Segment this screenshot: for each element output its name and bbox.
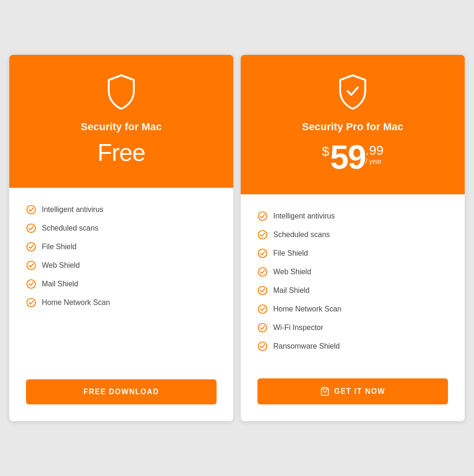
- free-plan-card: Security for Mac Free Intelligent antivi…: [9, 55, 233, 421]
- free-card-header: Security for Mac Free: [9, 55, 233, 188]
- list-item: File Shield: [26, 242, 217, 252]
- svg-point-3: [27, 261, 35, 270]
- pro-features-list: Intelligent antivirus Scheduled scans Fi…: [257, 211, 448, 360]
- free-card-body: Intelligent antivirus Scheduled scans Fi…: [9, 188, 233, 372]
- list-item: Scheduled scans: [257, 230, 448, 240]
- check-circle-icon: [26, 223, 36, 233]
- check-circle-icon: [257, 304, 268, 314]
- list-item: Scheduled scans: [26, 223, 217, 233]
- svg-point-7: [258, 231, 267, 239]
- free-plan-title: Security for Mac: [81, 121, 162, 133]
- pro-card-footer: GET IT NOW: [241, 371, 465, 421]
- check-circle-icon: [257, 285, 268, 296]
- feature-label: Mail Shield: [273, 286, 309, 295]
- pro-card-body: Intelligent antivirus Scheduled scans Fi…: [241, 194, 465, 371]
- feature-label: Home Network Scan: [273, 305, 342, 313]
- feature-label: Home Network Scan: [42, 298, 110, 307]
- check-circle-icon: [257, 230, 268, 240]
- svg-point-10: [258, 286, 267, 295]
- feature-label: Ransomware Shield: [273, 342, 340, 350]
- list-item: Web Shield: [257, 267, 448, 277]
- feature-label: Mail Shield: [42, 280, 78, 288]
- list-item: Mail Shield: [26, 279, 217, 289]
- pro-plan-card: Security Pro for Mac $ 59 .99 / year Int…: [241, 55, 465, 421]
- feature-label: Web Shield: [42, 261, 80, 270]
- pro-plan-title: Security Pro for Mac: [302, 121, 403, 133]
- svg-point-0: [27, 205, 35, 214]
- price-period: / year: [365, 158, 382, 165]
- price-cents-year-group: .99 / year: [365, 144, 383, 165]
- svg-point-11: [258, 305, 267, 313]
- get-it-now-label: GET IT NOW: [334, 387, 385, 396]
- pricing-cards-container: Security for Mac Free Intelligent antivi…: [0, 46, 474, 430]
- price-cents: .99: [365, 144, 383, 157]
- svg-point-1: [27, 224, 35, 232]
- check-circle-icon: [257, 267, 268, 277]
- svg-point-5: [27, 298, 35, 307]
- svg-point-2: [27, 243, 35, 251]
- price-dollar-sign: $: [322, 145, 329, 158]
- check-circle-icon: [257, 341, 268, 351]
- shield-outline-icon: [105, 73, 138, 112]
- feature-label: Scheduled scans: [42, 224, 99, 232]
- svg-point-6: [258, 212, 267, 220]
- svg-point-12: [258, 324, 267, 332]
- check-circle-icon: [257, 248, 268, 258]
- feature-label: File Shield: [273, 249, 308, 258]
- list-item: Web Shield: [26, 260, 217, 271]
- check-circle-icon: [26, 260, 36, 271]
- free-download-button[interactable]: FREE DOWNLOAD: [26, 379, 217, 404]
- free-plan-price: Free: [98, 140, 145, 165]
- feature-label: Intelligent antivirus: [42, 205, 104, 214]
- check-circle-icon: [257, 323, 268, 333]
- pro-plan-price: $ 59 .99 / year: [322, 140, 384, 174]
- list-item: Mail Shield: [257, 285, 448, 296]
- list-item: Wi-Fi Inspector: [257, 323, 448, 333]
- list-item: File Shield: [257, 248, 448, 258]
- list-item: Home Network Scan: [26, 298, 217, 308]
- svg-point-13: [258, 342, 267, 350]
- price-main-number: 59: [330, 140, 365, 174]
- svg-point-9: [258, 268, 267, 276]
- shield-check-icon: [336, 73, 369, 112]
- check-circle-icon: [26, 298, 36, 308]
- check-circle-icon: [26, 279, 36, 289]
- feature-label: Web Shield: [273, 268, 311, 276]
- list-item: Ransomware Shield: [257, 341, 448, 351]
- feature-label: File Shield: [42, 243, 77, 251]
- pro-card-header: Security Pro for Mac $ 59 .99 / year: [241, 55, 465, 194]
- feature-label: Scheduled scans: [273, 231, 330, 239]
- svg-point-4: [27, 280, 35, 288]
- get-it-now-button[interactable]: GET IT NOW: [257, 378, 448, 404]
- check-circle-icon: [257, 211, 268, 221]
- free-card-footer: FREE DOWNLOAD: [9, 372, 233, 421]
- check-circle-icon: [26, 205, 36, 215]
- list-item: Home Network Scan: [257, 304, 448, 314]
- list-item: Intelligent antivirus: [26, 205, 217, 215]
- feature-label: Intelligent antivirus: [273, 212, 335, 220]
- free-features-list: Intelligent antivirus Scheduled scans Fi…: [26, 205, 217, 361]
- cart-icon: [320, 387, 329, 396]
- list-item: Intelligent antivirus: [257, 211, 448, 221]
- check-circle-icon: [26, 242, 36, 252]
- svg-point-8: [258, 249, 267, 258]
- feature-label: Wi-Fi Inspector: [273, 324, 323, 332]
